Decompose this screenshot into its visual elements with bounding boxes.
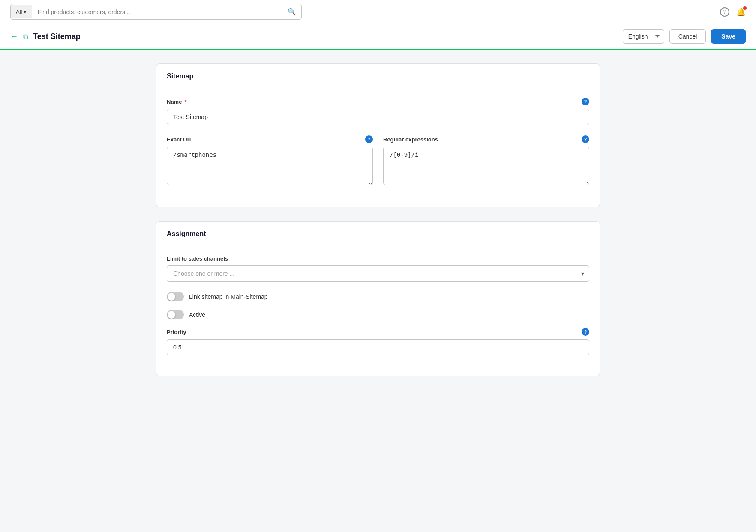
duplicate-icon: ⧉ bbox=[23, 33, 28, 40]
assignment-card-header: Assignment bbox=[156, 222, 600, 245]
name-required-star: * bbox=[184, 99, 186, 105]
notification-badge bbox=[743, 6, 747, 10]
page-header-right: English German French Spanish Cancel Sav… bbox=[623, 29, 746, 44]
sitemap-card-body: Name * ? Exact Url ? /smartphones bbox=[156, 87, 600, 207]
exact-url-help-icon[interactable]: ? bbox=[365, 135, 373, 143]
regex-help-icon[interactable]: ? bbox=[582, 135, 589, 143]
regex-form-group: Regular expressions ? /[0-9]/i bbox=[383, 135, 589, 186]
language-select[interactable]: English German French Spanish bbox=[623, 29, 664, 44]
back-button[interactable]: ← bbox=[10, 32, 18, 41]
priority-label-text: Priority bbox=[167, 329, 186, 335]
active-toggle[interactable] bbox=[167, 310, 184, 319]
assignment-card: Assignment Limit to sales channels Choos… bbox=[156, 221, 600, 376]
top-bar-right: ? 🔔 bbox=[720, 7, 746, 17]
duplicate-button[interactable]: ⧉ bbox=[23, 32, 28, 41]
sales-channels-label-row: Limit to sales channels bbox=[167, 255, 589, 262]
exact-url-textarea[interactable]: /smartphones bbox=[167, 147, 373, 185]
name-input[interactable] bbox=[167, 109, 589, 125]
sitemap-card: Sitemap Name * ? Exact Url ? /s bbox=[156, 63, 600, 207]
top-bar: All ▾ 🔍 ? 🔔 bbox=[0, 0, 756, 24]
active-label: Active bbox=[189, 311, 205, 318]
page-header-left: ← ⧉ Test Sitemap bbox=[10, 32, 81, 41]
exact-url-label-row: Exact Url ? bbox=[167, 135, 373, 143]
page-header: ← ⧉ Test Sitemap English German French S… bbox=[0, 24, 756, 50]
link-sitemap-toggle-row: Link sitemap in Main-Sitemap bbox=[167, 292, 589, 301]
priority-input[interactable] bbox=[167, 339, 589, 355]
regex-label-row: Regular expressions ? bbox=[383, 135, 589, 143]
exact-url-form-group: Exact Url ? /smartphones bbox=[167, 135, 373, 186]
search-area: All ▾ 🔍 bbox=[10, 4, 302, 20]
sitemap-card-title: Sitemap bbox=[167, 72, 193, 80]
search-submit-button[interactable]: 🔍 bbox=[282, 4, 301, 19]
priority-form-group: Priority ? bbox=[167, 328, 589, 355]
sales-channels-select-wrapper: Choose one or more ... ▾ bbox=[167, 265, 589, 282]
cancel-button[interactable]: Cancel bbox=[669, 29, 706, 44]
back-icon: ← bbox=[10, 32, 18, 41]
name-label-row: Name * ? bbox=[167, 98, 589, 105]
assignment-card-title: Assignment bbox=[167, 230, 206, 237]
main-content: Sitemap Name * ? Exact Url ? /s bbox=[142, 50, 614, 404]
url-regex-row: Exact Url ? /smartphones Regular express… bbox=[167, 135, 589, 197]
active-toggle-row: Active bbox=[167, 310, 589, 319]
exact-url-label-text: Exact Url bbox=[167, 136, 191, 143]
search-all-button[interactable]: All ▾ bbox=[11, 5, 32, 18]
search-input[interactable] bbox=[32, 5, 282, 19]
help-circle-icon: ? bbox=[720, 7, 729, 17]
priority-help-icon[interactable]: ? bbox=[582, 328, 589, 336]
priority-label-row: Priority ? bbox=[167, 328, 589, 336]
sitemap-card-header: Sitemap bbox=[156, 64, 600, 87]
link-sitemap-label: Link sitemap in Main-Sitemap bbox=[189, 293, 268, 300]
save-button[interactable]: Save bbox=[711, 29, 746, 44]
name-label-text: Name bbox=[167, 99, 182, 105]
search-icon: 🔍 bbox=[288, 8, 296, 15]
search-all-chevron: ▾ bbox=[24, 9, 27, 15]
link-sitemap-toggle[interactable] bbox=[167, 292, 184, 301]
help-button[interactable]: ? bbox=[720, 7, 729, 17]
regex-label-text: Regular expressions bbox=[383, 136, 438, 143]
name-help-icon[interactable]: ? bbox=[582, 98, 589, 105]
regex-textarea[interactable]: /[0-9]/i bbox=[383, 147, 589, 185]
page-title: Test Sitemap bbox=[33, 32, 81, 41]
name-form-group: Name * ? bbox=[167, 98, 589, 125]
sales-channels-select[interactable]: Choose one or more ... bbox=[167, 265, 589, 282]
sales-channels-form-group: Limit to sales channels Choose one or mo… bbox=[167, 255, 589, 282]
assignment-card-body: Limit to sales channels Choose one or mo… bbox=[156, 245, 600, 376]
sales-channels-label-text: Limit to sales channels bbox=[167, 255, 228, 262]
search-all-label: All bbox=[16, 9, 22, 15]
notification-button[interactable]: 🔔 bbox=[736, 7, 746, 17]
